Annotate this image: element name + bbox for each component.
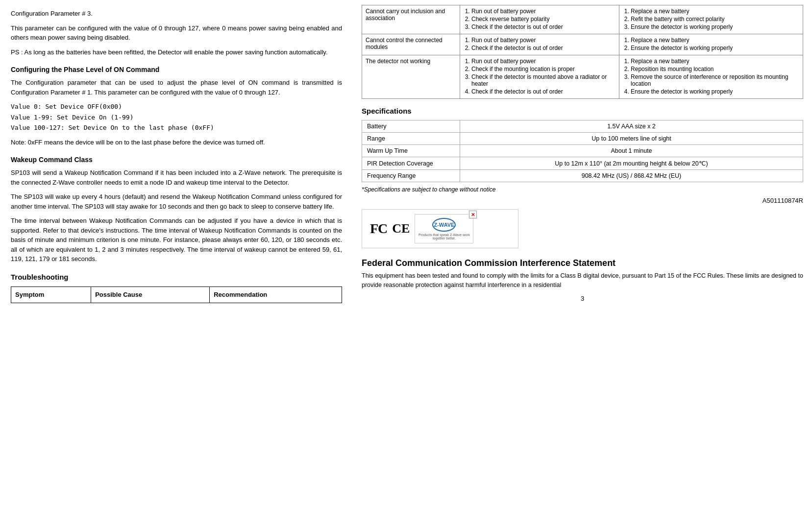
spec-label: Frequency Range <box>362 170 460 182</box>
trouble-cause: Run out of battery powerCheck if the det… <box>460 34 619 55</box>
left-column: Configuration Parameter # 3. This parame… <box>0 0 353 525</box>
cause-item: Check reverse battery polarity <box>471 16 615 23</box>
col-recommendation: Recommendation <box>210 287 342 303</box>
para2: PS : As long as the batteries have been … <box>11 48 342 57</box>
value1: Value 0: Set Device OFF(0x00) <box>11 102 342 112</box>
zwave-logo-box: Z-WAVE Products that speak Z-Wave work t… <box>415 214 473 243</box>
spec-label: Range <box>362 133 460 145</box>
fcc-body: This equipment has been tested and found… <box>362 271 803 290</box>
right-column: Cannot carry out inclusion and associati… <box>353 0 812 525</box>
specs-table: Battery1.5V AAA size x 2RangeUp to 100 m… <box>362 120 803 182</box>
recommendation-item: Reposition its mounting location <box>631 66 799 72</box>
para3: The Configuration parameter that can be … <box>11 78 342 97</box>
fcc-heading: Federal Communication Commission Interfe… <box>362 258 803 268</box>
cause-item: Run out of battery power <box>471 58 615 65</box>
trouble-symptom: Cannot carry out inclusion and associati… <box>362 5 460 34</box>
cause-item: Check if the mounting location is proper <box>471 66 615 72</box>
spec-value: 1.5V AAA size x 2 <box>460 120 803 133</box>
page-number: 3 <box>362 295 803 302</box>
recommendation-item: Replace a new battery <box>631 8 799 15</box>
logo-area: FC CE Z-WAVE Products that speak Z-Wave … <box>362 209 803 248</box>
col-cause: Possible Cause <box>91 287 210 303</box>
heading2: Wakeup Command Class <box>11 155 342 165</box>
recommendation-item: Ensure the detector is working properly <box>631 24 799 30</box>
spec-value: Up to 100 meters line of sight <box>460 133 803 145</box>
symptom-header-table: Symptom Possible Cause Recommendation <box>11 286 342 303</box>
col-symptom: Symptom <box>11 287 91 303</box>
spec-label: Battery <box>362 120 460 133</box>
recommendation-item: Replace a new battery <box>631 37 799 44</box>
fcc-statement: Federal Communication Commission Interfe… <box>362 258 803 290</box>
fcc-logo: FC <box>370 221 387 237</box>
cause-item: Run out of battery power <box>471 37 615 44</box>
para6: The time interval between Wakeup Notific… <box>11 216 342 264</box>
model-number: A501110874R <box>362 197 803 204</box>
broken-image-icon: ✕ <box>469 211 477 218</box>
recommendation-item: Replace a new battery <box>631 58 799 65</box>
specs-section: Specifications Battery1.5V AAA size x 2R… <box>362 107 803 204</box>
trouble-recommendation: Replace a new batteryRefit the battery w… <box>619 5 803 34</box>
note: Note: 0xFF means the device will be on t… <box>11 138 342 147</box>
trouble-symptom: The detector not working <box>362 55 460 99</box>
certification-logos: FC CE Z-WAVE Products that speak Z-Wave … <box>362 209 518 248</box>
specs-heading: Specifications <box>362 107 803 115</box>
recommendation-item: Ensure the detector is working properly <box>631 88 799 95</box>
value2: Value 1-99: Set Device On (1-99) <box>11 113 342 122</box>
troubleshooting-heading: Troubleshooting <box>11 272 342 283</box>
value3: Value 100-127: Set Device On to the last… <box>11 123 342 133</box>
zwave-logo: Z-WAVE <box>432 218 456 232</box>
intro-text: Configuration Parameter # 3. <box>11 9 342 19</box>
recommendation-item: Remove the source of interference or rep… <box>631 73 799 87</box>
recommendation-item: Refit the battery with correct polarity <box>631 16 799 23</box>
spec-label: PIR Detection Coverage <box>362 157 460 170</box>
spec-value: Up to 12m x 110° (at 2m mounting height … <box>460 157 803 170</box>
trouble-recommendation: Replace a new batteryReposition its moun… <box>619 55 803 99</box>
trouble-recommendation: Replace a new batteryEnsure the detector… <box>619 34 803 55</box>
zwave-subtext: Products that speak Z-Wave work together… <box>415 233 473 240</box>
trouble-cause: Run out of battery powerCheck if the mou… <box>460 55 619 99</box>
troubleshooting-table: Cannot carry out inclusion and associati… <box>362 5 803 99</box>
cause-item: Check if the detector is mounted above a… <box>471 73 615 87</box>
cause-item: Check if the detector is out of order <box>471 88 615 95</box>
para5: The SP103 will wake up every 4 hours (de… <box>11 192 342 211</box>
cause-item: Check if the detector is out of order <box>471 24 615 30</box>
cause-item: Run out of battery power <box>471 8 615 15</box>
heading1: Configuring the Phase Level of ON Comman… <box>11 65 342 75</box>
para1: This parameter can be configured with th… <box>11 24 342 43</box>
spec-value: 908.42 MHz (US) / 868.42 MHz (EU) <box>460 170 803 182</box>
trouble-symptom: Cannot control the connected modules <box>362 34 460 55</box>
spec-label: Warm Up Time <box>362 145 460 157</box>
specs-note: *Specifications are subject to change wi… <box>362 186 803 193</box>
trouble-cause: Run out of battery powerCheck reverse ba… <box>460 5 619 34</box>
para4: SP103 will send a Wakeup Notification Co… <box>11 168 342 187</box>
recommendation-item: Ensure the detector is working properly <box>631 45 799 51</box>
spec-value: About 1 minute <box>460 145 803 157</box>
cause-item: Check if the detector is out of order <box>471 45 615 51</box>
ce-logo: CE <box>392 221 410 236</box>
